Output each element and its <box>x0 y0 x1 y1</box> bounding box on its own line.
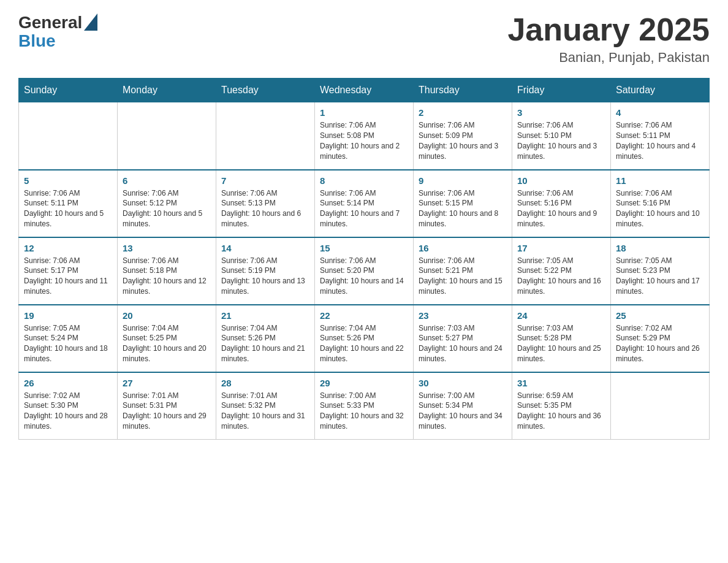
day-number: 1 <box>320 107 408 118</box>
day-number: 24 <box>517 310 605 321</box>
table-cell: 17Sunrise: 7:05 AM Sunset: 5:22 PM Dayli… <box>512 237 611 305</box>
table-cell: 13Sunrise: 7:06 AM Sunset: 5:18 PM Dayli… <box>118 237 216 305</box>
day-number: 27 <box>123 378 211 388</box>
day-number: 30 <box>419 378 507 388</box>
day-number: 18 <box>616 243 704 253</box>
col-sunday: Sunday <box>19 79 118 102</box>
day-number: 8 <box>320 175 408 186</box>
table-cell: 29Sunrise: 7:00 AM Sunset: 5:33 PM Dayli… <box>315 372 414 440</box>
calendar-week-5: 26Sunrise: 7:02 AM Sunset: 5:30 PM Dayli… <box>19 372 710 440</box>
table-cell: 19Sunrise: 7:05 AM Sunset: 5:24 PM Dayli… <box>19 305 118 372</box>
table-cell: 31Sunrise: 6:59 AM Sunset: 5:35 PM Dayli… <box>512 372 611 440</box>
day-number: 6 <box>123 175 211 186</box>
day-info: Sunrise: 7:00 AM Sunset: 5:34 PM Dayligh… <box>419 391 507 432</box>
day-number: 12 <box>24 243 112 253</box>
day-info: Sunrise: 7:06 AM Sunset: 5:10 PM Dayligh… <box>517 120 605 161</box>
day-number: 3 <box>517 107 605 118</box>
day-info: Sunrise: 7:04 AM Sunset: 5:25 PM Dayligh… <box>123 323 211 364</box>
day-number: 25 <box>616 310 704 321</box>
table-cell: 9Sunrise: 7:06 AM Sunset: 5:15 PM Daylig… <box>414 170 512 237</box>
day-number: 29 <box>320 378 408 388</box>
day-info: Sunrise: 7:06 AM Sunset: 5:08 PM Dayligh… <box>320 120 408 161</box>
table-cell: 21Sunrise: 7:04 AM Sunset: 5:26 PM Dayli… <box>216 305 315 372</box>
day-info: Sunrise: 7:06 AM Sunset: 5:20 PM Dayligh… <box>320 256 408 297</box>
table-cell: 27Sunrise: 7:01 AM Sunset: 5:31 PM Dayli… <box>118 372 216 440</box>
table-cell: 3Sunrise: 7:06 AM Sunset: 5:10 PM Daylig… <box>512 102 611 170</box>
table-cell: 14Sunrise: 7:06 AM Sunset: 5:19 PM Dayli… <box>216 237 315 305</box>
day-number: 17 <box>517 243 605 253</box>
table-cell: 10Sunrise: 7:06 AM Sunset: 5:16 PM Dayli… <box>512 170 611 237</box>
logo-blue-text: Blue <box>18 33 97 50</box>
day-number: 4 <box>616 107 704 118</box>
day-number: 5 <box>24 175 112 186</box>
table-cell: 28Sunrise: 7:01 AM Sunset: 5:32 PM Dayli… <box>216 372 315 440</box>
day-info: Sunrise: 7:06 AM Sunset: 5:15 PM Dayligh… <box>419 188 507 229</box>
svg-marker-0 <box>84 13 97 31</box>
calendar-title: January 2025 <box>507 12 710 47</box>
table-cell: 25Sunrise: 7:02 AM Sunset: 5:29 PM Dayli… <box>611 305 710 372</box>
day-info: Sunrise: 7:00 AM Sunset: 5:33 PM Dayligh… <box>320 391 408 432</box>
day-number: 10 <box>517 175 605 186</box>
day-info: Sunrise: 7:06 AM Sunset: 5:13 PM Dayligh… <box>221 188 309 229</box>
day-info: Sunrise: 7:03 AM Sunset: 5:28 PM Dayligh… <box>517 323 605 364</box>
table-cell: 8Sunrise: 7:06 AM Sunset: 5:14 PM Daylig… <box>315 170 414 237</box>
day-info: Sunrise: 7:06 AM Sunset: 5:09 PM Dayligh… <box>419 120 507 161</box>
table-cell: 22Sunrise: 7:04 AM Sunset: 5:26 PM Dayli… <box>315 305 414 372</box>
day-number: 22 <box>320 310 408 321</box>
day-info: Sunrise: 7:06 AM Sunset: 5:19 PM Dayligh… <box>221 256 309 297</box>
day-number: 15 <box>320 243 408 253</box>
table-cell: 15Sunrise: 7:06 AM Sunset: 5:20 PM Dayli… <box>315 237 414 305</box>
table-cell: 30Sunrise: 7:00 AM Sunset: 5:34 PM Dayli… <box>414 372 512 440</box>
table-cell: 20Sunrise: 7:04 AM Sunset: 5:25 PM Dayli… <box>118 305 216 372</box>
day-number: 26 <box>24 378 112 388</box>
table-cell: 5Sunrise: 7:06 AM Sunset: 5:11 PM Daylig… <box>19 170 118 237</box>
day-number: 19 <box>24 310 112 321</box>
day-number: 2 <box>419 107 507 118</box>
day-info: Sunrise: 7:03 AM Sunset: 5:27 PM Dayligh… <box>419 323 507 364</box>
day-info: Sunrise: 7:06 AM Sunset: 5:21 PM Dayligh… <box>419 256 507 297</box>
table-cell: 26Sunrise: 7:02 AM Sunset: 5:30 PM Dayli… <box>19 372 118 440</box>
day-info: Sunrise: 7:04 AM Sunset: 5:26 PM Dayligh… <box>320 323 408 364</box>
day-info: Sunrise: 6:59 AM Sunset: 5:35 PM Dayligh… <box>517 391 605 432</box>
day-info: Sunrise: 7:02 AM Sunset: 5:29 PM Dayligh… <box>616 323 704 364</box>
day-info: Sunrise: 7:06 AM Sunset: 5:11 PM Dayligh… <box>24 188 112 229</box>
table-cell: 1Sunrise: 7:06 AM Sunset: 5:08 PM Daylig… <box>315 102 414 170</box>
table-cell: 4Sunrise: 7:06 AM Sunset: 5:11 PM Daylig… <box>611 102 710 170</box>
day-number: 20 <box>123 310 211 321</box>
day-info: Sunrise: 7:06 AM Sunset: 5:12 PM Dayligh… <box>123 188 211 229</box>
day-number: 13 <box>123 243 211 253</box>
day-info: Sunrise: 7:06 AM Sunset: 5:11 PM Dayligh… <box>616 120 704 161</box>
col-tuesday: Tuesday <box>216 79 315 102</box>
day-info: Sunrise: 7:05 AM Sunset: 5:22 PM Dayligh… <box>517 256 605 297</box>
table-cell <box>611 372 710 440</box>
day-info: Sunrise: 7:06 AM Sunset: 5:17 PM Dayligh… <box>24 256 112 297</box>
day-number: 23 <box>419 310 507 321</box>
day-info: Sunrise: 7:06 AM Sunset: 5:14 PM Dayligh… <box>320 188 408 229</box>
day-number: 28 <box>221 378 309 388</box>
day-info: Sunrise: 7:05 AM Sunset: 5:24 PM Dayligh… <box>24 323 112 364</box>
day-info: Sunrise: 7:02 AM Sunset: 5:30 PM Dayligh… <box>24 391 112 432</box>
day-info: Sunrise: 7:06 AM Sunset: 5:16 PM Dayligh… <box>517 188 605 229</box>
table-cell <box>19 102 118 170</box>
col-monday: Monday <box>118 79 216 102</box>
page-header: General Blue January 2025 Banian, Punjab… <box>18 12 710 66</box>
day-info: Sunrise: 7:05 AM Sunset: 5:23 PM Dayligh… <box>616 256 704 297</box>
calendar-week-2: 5Sunrise: 7:06 AM Sunset: 5:11 PM Daylig… <box>19 170 710 237</box>
table-cell: 6Sunrise: 7:06 AM Sunset: 5:12 PM Daylig… <box>118 170 216 237</box>
day-info: Sunrise: 7:01 AM Sunset: 5:31 PM Dayligh… <box>123 391 211 432</box>
col-saturday: Saturday <box>611 79 710 102</box>
calendar-week-3: 12Sunrise: 7:06 AM Sunset: 5:17 PM Dayli… <box>19 237 710 305</box>
title-section: January 2025 Banian, Punjab, Pakistan <box>507 12 710 66</box>
calendar-table: Sunday Monday Tuesday Wednesday Thursday… <box>18 78 710 440</box>
col-wednesday: Wednesday <box>315 79 414 102</box>
day-number: 31 <box>517 378 605 388</box>
table-cell <box>118 102 216 170</box>
calendar-header-row: Sunday Monday Tuesday Wednesday Thursday… <box>19 79 710 102</box>
day-number: 21 <box>221 310 309 321</box>
table-cell: 24Sunrise: 7:03 AM Sunset: 5:28 PM Dayli… <box>512 305 611 372</box>
day-info: Sunrise: 7:04 AM Sunset: 5:26 PM Dayligh… <box>221 323 309 364</box>
table-cell: 16Sunrise: 7:06 AM Sunset: 5:21 PM Dayli… <box>414 237 512 305</box>
day-number: 16 <box>419 243 507 253</box>
table-cell: 12Sunrise: 7:06 AM Sunset: 5:17 PM Dayli… <box>19 237 118 305</box>
logo: General Blue <box>18 12 97 50</box>
